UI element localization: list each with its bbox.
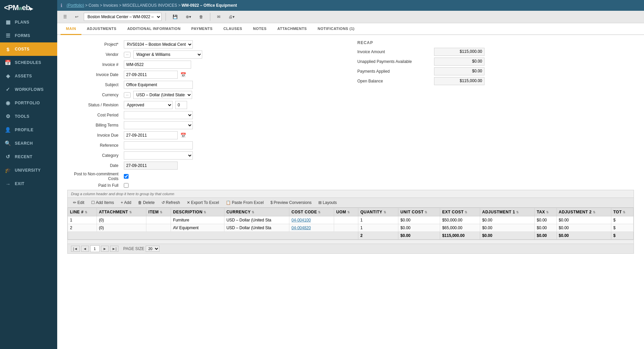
tab-main[interactable]: MAIN (61, 23, 81, 35)
sidebar-item-portfolio[interactable]: ◉ PORTFOLIO (0, 96, 57, 110)
billing-terms-row: Billing Terms (64, 121, 344, 129)
sidebar-item-search[interactable]: 🔍 SEARCH (0, 137, 57, 150)
print-button[interactable]: 🖨▾ (226, 13, 237, 21)
sidebar-item-recent[interactable]: ↺ RECENT (0, 150, 57, 164)
reference-field[interactable] (124, 141, 193, 149)
sidebar-item-exit[interactable]: → EXIT (0, 177, 57, 190)
invoice-num-row: Invoice # (64, 61, 344, 69)
col-adjustment1[interactable]: ADJUSTMENT 1 ⇅ (480, 208, 535, 216)
sidebar-item-forms[interactable]: ☰ FORMS (0, 29, 57, 42)
subject-field[interactable] (124, 81, 193, 89)
payments-applied-value: $0.00 (434, 67, 485, 75)
breadcrumb-sep1: > (85, 3, 87, 8)
prev-page-button[interactable]: ◄ (81, 246, 89, 252)
col-total[interactable]: TOT ⇅ (611, 208, 633, 216)
col-attachment[interactable]: ATTACHMENT ⇅ (97, 208, 146, 216)
cell-ext-cost: $50,000.00 (440, 216, 480, 224)
export-excel-button[interactable]: ✕ Export To Excel (184, 199, 222, 206)
sidebar-item-workflows[interactable]: ✓ WORKFLOWS (0, 83, 57, 96)
invoice-date-label: Invoice Date (64, 72, 121, 77)
date-field[interactable] (124, 162, 178, 170)
col-cost-code[interactable]: COST CODE ⇅ (289, 208, 334, 216)
tab-notes[interactable]: NOTES (248, 23, 272, 35)
preview-icon: $ (271, 200, 273, 205)
grid-refresh-button[interactable]: ↺ Refresh (159, 199, 183, 206)
billing-terms-field[interactable] (124, 121, 193, 129)
invoice-date-calendar[interactable]: 📅 (180, 72, 186, 77)
col-tax[interactable]: TAX ⇅ (535, 208, 557, 216)
preview-button[interactable]: $ Preview Conversions (268, 199, 314, 206)
undo-button[interactable]: ↩ (72, 13, 81, 21)
project-select[interactable]: Boston Medical Center – WM-0922 – (84, 13, 162, 21)
pagination: |◄ ◄ ► ►| PAGE SIZE 20 (68, 244, 634, 253)
status-field[interactable]: Approved (124, 101, 173, 109)
col-item[interactable]: ITEM ⇅ (146, 208, 171, 216)
cost-period-row: Cost Period (64, 111, 344, 119)
project-field[interactable]: RVS0104 – Boston Medical Center (124, 40, 193, 48)
cost-code-link[interactable]: 04-004820 (291, 225, 311, 230)
page-number-field[interactable] (90, 245, 100, 252)
tab-notifications[interactable]: NOTIFICATIONS (1) (312, 23, 360, 35)
currency-dots-button[interactable]: ··· (124, 92, 131, 98)
cost-period-field[interactable] (124, 111, 193, 119)
col-currency[interactable]: CURRENCY ⇅ (224, 208, 289, 216)
vendor-field[interactable]: Wagner & Williams (133, 50, 202, 59)
post-checkbox[interactable] (124, 174, 129, 179)
col-line[interactable]: LINE # ⇅ (68, 208, 97, 216)
sidebar: <PMWeb▶ ▦ PLANS ☰ FORMS $ COSTS 📅 SCHEDU… (0, 0, 57, 349)
add-items-button[interactable]: ☐ Add Items (88, 199, 117, 206)
last-page-button[interactable]: ►| (110, 246, 119, 252)
tab-additional[interactable]: ADDITIONAL INFORMATION (122, 23, 186, 35)
sort-icon: ⇅ (465, 211, 468, 214)
tab-attachments[interactable]: ATTACHMENTS (272, 23, 312, 35)
revision-field[interactable] (175, 101, 187, 109)
cell-unit-cost: $0.00 (398, 224, 440, 232)
sidebar-item-profile[interactable]: 👤 PROFILE (0, 123, 57, 137)
horizontal-scrollbar[interactable] (68, 240, 634, 244)
grid-delete-button[interactable]: 🗑 Delete (135, 199, 157, 206)
currency-field[interactable]: USD – Dollar (United States of Ameri (133, 91, 192, 99)
tab-clauses[interactable]: CLAUSES (218, 23, 248, 35)
vendor-dots-button[interactable]: ··· (124, 52, 131, 58)
next-page-button[interactable]: ► (101, 246, 109, 252)
first-page-button[interactable]: |◄ (71, 246, 80, 252)
sidebar-item-schedules[interactable]: 📅 SCHEDULES (0, 56, 57, 69)
invoice-due-field[interactable] (124, 131, 178, 139)
col-ext-cost[interactable]: EXT COST ⇅ (440, 208, 480, 216)
invoice-num-field[interactable] (124, 61, 191, 69)
sidebar-item-assets[interactable]: ◈ ASSETS (0, 69, 57, 83)
sidebar-item-university[interactable]: 🎓 UNIVERSITY (0, 164, 57, 177)
paste-excel-button[interactable]: 📋 Paste From Excel (223, 199, 266, 206)
save-button[interactable]: 💾 (170, 13, 180, 21)
layouts-button[interactable]: ⊞ Layouts (316, 199, 339, 206)
cell-uom (334, 216, 358, 224)
delete-button[interactable]: 🗑 (196, 13, 206, 21)
col-quantity[interactable]: QUANTITY ⇅ (358, 208, 398, 216)
page-size-select[interactable]: 20 (146, 246, 159, 252)
tab-payments[interactable]: PAYMENTS (186, 23, 218, 35)
paid-checkbox[interactable] (124, 183, 129, 188)
footer-adj2: $0.00 (557, 232, 611, 240)
email-button[interactable]: ✉ (214, 13, 223, 21)
invoice-due-calendar[interactable]: 📅 (180, 133, 186, 138)
breadcrumb-portfolio[interactable]: (Portfolio) (67, 3, 84, 8)
sidebar-item-tools[interactable]: ⚙ TOOLS (0, 110, 57, 123)
sidebar-item-costs[interactable]: $ COSTS (0, 42, 57, 56)
add-button[interactable]: ⊕▾ (183, 13, 194, 21)
col-unit-cost[interactable]: UNIT COST ⇅ (398, 208, 440, 216)
cell-adj1: $0.00 (480, 224, 535, 232)
sidebar-item-plans[interactable]: ▦ PLANS (0, 15, 57, 29)
category-field[interactable] (124, 151, 193, 160)
cost-code-link[interactable]: 04-004100 (291, 218, 311, 222)
tab-adjustments[interactable]: ADJUSTMENTS (81, 23, 122, 35)
col-uom[interactable]: UOM ⇅ (334, 208, 358, 216)
grid-add-button[interactable]: + Add (118, 199, 134, 206)
currency-label: Currency (64, 93, 121, 97)
col-description[interactable]: DESCRIPTION ⇅ (171, 208, 224, 216)
menu-button[interactable]: ☰ (61, 13, 70, 21)
print-icon: 🖨▾ (228, 14, 235, 19)
invoice-date-field[interactable] (124, 71, 178, 79)
info-icon[interactable]: ℹ (61, 3, 62, 8)
edit-button[interactable]: ✏ Edit (70, 199, 87, 206)
col-adjustment2[interactable]: ADJUSTMENT 2 ⇅ (557, 208, 611, 216)
